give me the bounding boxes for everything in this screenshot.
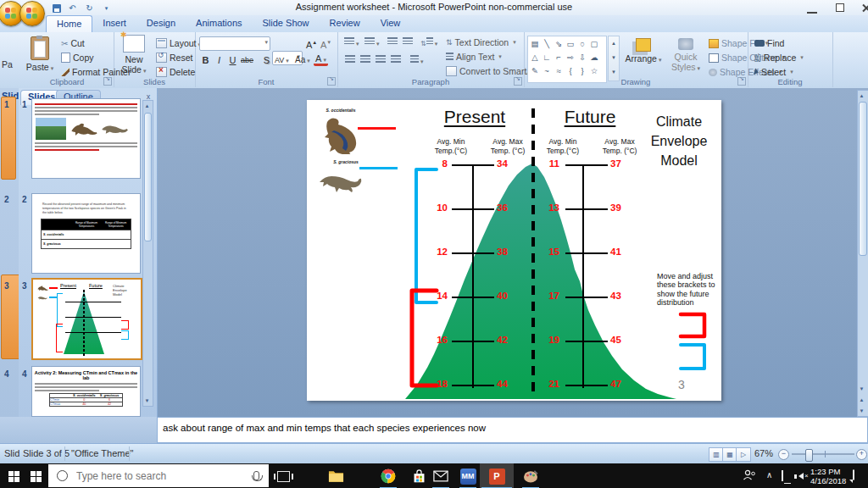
action-center-icon[interactable] <box>853 470 854 480</box>
clock[interactable]: 1:23 PM 4/16/2018 <box>810 467 846 485</box>
find-button[interactable]: Find <box>754 36 784 50</box>
minimize-button[interactable] <box>807 3 817 14</box>
editor-scrollbar[interactable]: ▲ ▼ ▲ ▼ <box>857 90 868 417</box>
replace-button[interactable]: abacReplace <box>754 51 804 64</box>
volume-muted-icon[interactable]: × <box>798 472 809 480</box>
mail-icon[interactable] <box>431 466 451 486</box>
copy-button[interactable]: Copy <box>61 51 94 64</box>
tab-home[interactable]: Home <box>46 15 92 33</box>
shape-option-4[interactable]: ○ <box>576 37 588 51</box>
shape-option-11[interactable]: ☁ <box>588 51 600 64</box>
shape-option-16[interactable]: } <box>576 64 588 78</box>
chrome-icon[interactable] <box>378 466 398 486</box>
align-left-button[interactable] <box>342 54 357 66</box>
tab-animations[interactable]: Animations <box>186 15 252 32</box>
shape-option-12[interactable]: ✎ <box>529 64 541 78</box>
movie-maker-icon[interactable]: MM <box>458 466 478 486</box>
editor-scroll-up-icon[interactable]: ▲ <box>858 91 865 101</box>
notes-pane[interactable]: ask about range of max and min temps tha… <box>157 417 868 443</box>
store-icon[interactable] <box>409 466 429 486</box>
shape-option-15[interactable]: { <box>565 64 576 78</box>
shape-option-14[interactable]: ≈ <box>553 64 565 78</box>
numbering-button[interactable] <box>363 36 381 48</box>
slide-canvas[interactable]: S. occidentalis S. graciosus Present Fut… <box>307 100 721 401</box>
shape-option-10[interactable]: ⇩ <box>576 51 588 64</box>
change-case-button[interactable]: Aa <box>293 54 312 66</box>
start-button[interactable] <box>3 466 24 486</box>
new-slide-button[interactable]: NewSlide <box>115 35 153 77</box>
decrease-indent-button[interactable] <box>385 36 399 48</box>
red-answer-bracket[interactable] <box>681 314 704 336</box>
tab-slide-show[interactable]: Slide Show <box>253 15 320 32</box>
shape-option-2[interactable]: ⇘ <box>553 37 565 51</box>
editor-scroll-thumb[interactable] <box>859 102 867 256</box>
powerpoint-icon[interactable]: P <box>487 466 507 486</box>
slide-thumbnail-1[interactable] <box>31 98 141 179</box>
network-icon[interactable] <box>782 471 783 480</box>
shape-option-9[interactable]: ⇨ <box>565 51 576 64</box>
zoom-out-button[interactable]: − <box>778 449 789 460</box>
strikethrough-button[interactable]: abe <box>239 54 255 66</box>
reset-button[interactable]: Reset <box>156 51 192 64</box>
zoom-slider-thumb[interactable] <box>805 449 813 462</box>
increase-indent-button[interactable] <box>400 36 415 48</box>
tab-view[interactable]: View <box>370 15 411 32</box>
arrange-button[interactable]: Arrange <box>624 35 663 77</box>
panel-scroll-thumb[interactable] <box>144 113 152 241</box>
font-color-button[interactable]: A <box>314 54 328 66</box>
blue-range-bracket[interactable] <box>416 169 437 302</box>
paste-button[interactable]: Paste <box>22 35 58 77</box>
tray-expand-icon[interactable]: ∧ <box>766 470 772 480</box>
zoom-slider-track[interactable] <box>792 453 854 455</box>
tab-design[interactable]: Design <box>136 15 186 32</box>
panel-scroll-up-icon[interactable]: ▲ <box>143 101 151 111</box>
shape-option-6[interactable]: △ <box>529 51 541 64</box>
align-right-button[interactable] <box>373 54 387 66</box>
slideshow-view-button[interactable]: ▷ <box>736 447 751 462</box>
file-explorer-icon[interactable] <box>326 466 346 486</box>
task-view-icon[interactable] <box>273 466 293 486</box>
tab-insert[interactable]: Insert <box>92 15 136 32</box>
align-center-button[interactable] <box>358 54 372 66</box>
previous-slide-icon[interactable]: ▲ <box>858 395 865 405</box>
paragraph-dialog-launcher[interactable] <box>514 77 522 86</box>
shape-option-5[interactable]: ▢ <box>588 37 600 51</box>
font-name-select[interactable] <box>199 36 270 51</box>
paint-icon[interactable] <box>520 466 541 486</box>
microphone-icon[interactable] <box>253 471 259 480</box>
shape-option-3[interactable]: ▭ <box>565 37 576 51</box>
search-input[interactable] <box>75 469 235 483</box>
red-range-bracket[interactable] <box>412 291 437 385</box>
close-button[interactable] <box>861 3 868 12</box>
office-button[interactable] <box>19 1 45 26</box>
shape-option-1[interactable]: ╲ <box>541 37 553 51</box>
next-slide-icon[interactable]: ▼ <box>858 406 865 416</box>
tab-review[interactable]: Review <box>320 15 370 32</box>
slide-thumbnail-4[interactable]: Activity 2: Measuring CTmin and CTmax in… <box>31 366 141 417</box>
panel-scroll-down-icon[interactable]: ▼ <box>143 396 151 406</box>
shape-option-0[interactable]: ▤ <box>529 37 541 51</box>
font-dialog-launcher[interactable] <box>327 77 336 86</box>
slide-thumbnail-3[interactable]: Present Future ClimateEnvelopeModel <box>31 278 142 360</box>
line-spacing-button[interactable]: ⇅ <box>419 36 439 48</box>
shape-option-7[interactable]: ∟ <box>541 51 553 64</box>
align-text-button[interactable]: Align Text <box>446 50 502 64</box>
shrink-font-button[interactable]: A▼ <box>319 36 333 48</box>
cut-button[interactable]: ✂Cut <box>61 36 85 50</box>
restore-button[interactable] <box>836 3 844 12</box>
panel-scrollbar[interactable]: ▲ ▼ <box>142 100 153 407</box>
windows-flag-icon[interactable] <box>25 466 46 486</box>
drawing-dialog-launcher[interactable] <box>737 77 746 86</box>
bold-button[interactable]: B <box>198 54 213 66</box>
zoom-level[interactable]: 67% <box>754 448 773 458</box>
search-box[interactable] <box>48 464 269 487</box>
text-direction-button[interactable]: ⇅Text Direction <box>446 36 516 49</box>
shapes-gallery-scrollbar[interactable]: ▲▼▼ <box>608 36 620 81</box>
blue-answer-bracket[interactable] <box>681 345 704 369</box>
character-spacing-button[interactable]: AV <box>273 54 291 66</box>
editor-scroll-down-icon[interactable]: ▼ <box>858 384 865 394</box>
shadow-button[interactable]: S <box>259 54 274 66</box>
shape-option-8[interactable]: ⌐ <box>553 51 565 64</box>
people-icon[interactable] <box>743 469 756 483</box>
underline-button[interactable]: U <box>225 54 240 66</box>
